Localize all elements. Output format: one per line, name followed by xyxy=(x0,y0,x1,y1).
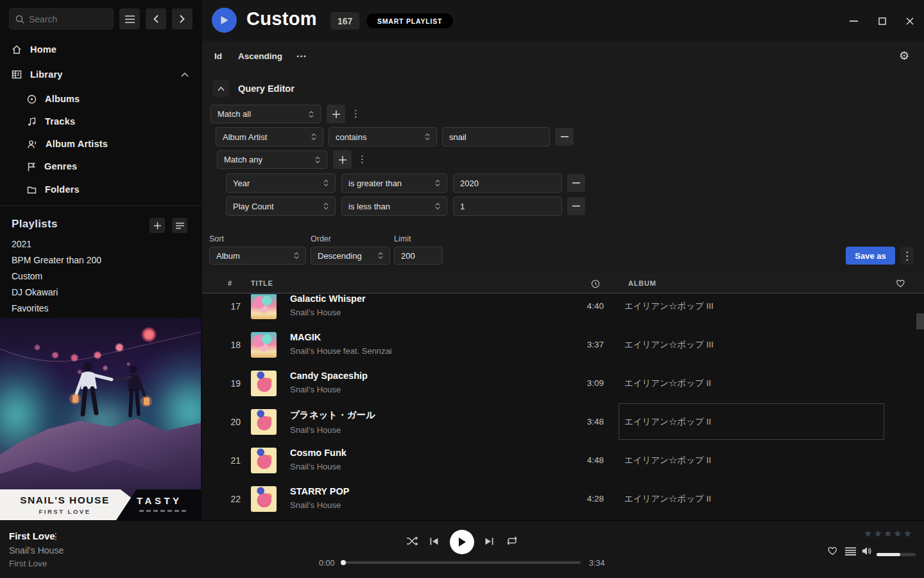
sidebar-item-genres[interactable]: Genres xyxy=(0,157,202,175)
sort-select[interactable]: Album xyxy=(209,247,306,265)
chevron-up-icon[interactable] xyxy=(181,73,189,77)
rule-operator-select[interactable]: is less than xyxy=(341,197,447,216)
album-art-thumbnail xyxy=(251,294,277,319)
match-type-select-group1[interactable]: Match all xyxy=(210,105,321,123)
add-rule-button-group1[interactable] xyxy=(327,105,345,123)
track-row[interactable]: 20 プラネット・ガール Snail’s House 3:48 エイリアン☆ポッ… xyxy=(202,403,924,441)
sidebar-item-tracks[interactable]: Tracks xyxy=(0,112,202,130)
player-bar: First Love ⋮ Snail's House First Love xyxy=(0,520,924,578)
favorite-heart-icon[interactable] xyxy=(896,279,905,288)
sidebar-item-home[interactable]: Home xyxy=(0,40,202,58)
duration-clock-icon[interactable] xyxy=(591,279,600,288)
select-updown-icon xyxy=(435,179,440,187)
playlist-item-custom[interactable]: Custom xyxy=(12,271,185,284)
save-as-button[interactable]: Save as xyxy=(846,247,895,265)
track-row[interactable]: 21 Cosmo Funk Snail’s House 4:48 エイリアン☆ポ… xyxy=(202,441,924,480)
artist-icon xyxy=(27,139,37,149)
now-playing-kebab-icon[interactable]: ⋮ xyxy=(51,531,60,541)
star-icon[interactable]: ★ xyxy=(893,528,902,539)
track-row[interactable]: 19 Candy Spaceship Snail’s House 3:09 エイ… xyxy=(202,364,924,403)
track-row[interactable]: 17 Galactic Whisper Snail’s House 4:40 エ… xyxy=(202,294,924,326)
sidebar-item-library[interactable]: Library xyxy=(0,66,202,83)
column-header-title[interactable]: TITLE xyxy=(251,279,273,287)
window-minimize-button[interactable] xyxy=(845,13,862,30)
track-album[interactable]: エイリアン☆ポップ II xyxy=(624,441,711,480)
sidebar-item-folders[interactable]: Folders xyxy=(0,180,202,198)
star-icon[interactable]: ★ xyxy=(903,528,912,539)
scrollbar-thumb[interactable] xyxy=(916,313,924,329)
add-playlist-button[interactable] xyxy=(150,218,165,233)
limit-input[interactable] xyxy=(394,247,443,265)
playlist-item-bpm[interactable]: BPM Greater than 200 xyxy=(12,255,185,268)
menu-button[interactable] xyxy=(119,8,140,30)
remove-rule-button[interactable] xyxy=(555,128,574,146)
play-pause-button[interactable] xyxy=(450,530,474,554)
nav-forward-button[interactable] xyxy=(172,8,193,30)
remove-rule-button[interactable] xyxy=(567,174,585,192)
shuffle-button[interactable] xyxy=(406,536,418,548)
track-row[interactable]: 18 MAGIK Snail’s House feat. Sennzai 3:3… xyxy=(202,326,924,364)
rule-operator-select[interactable]: is greater than xyxy=(341,173,447,193)
rule-field-select[interactable]: Play Count xyxy=(226,197,336,216)
next-track-button[interactable] xyxy=(484,537,494,548)
list-sort-field[interactable]: Id xyxy=(214,51,222,61)
playlist-item-favorites[interactable]: Favorites xyxy=(12,303,185,316)
sidebar-item-label: Library xyxy=(30,69,63,80)
track-album[interactable]: エイリアン☆ポップ III xyxy=(624,326,714,364)
volume-button[interactable] xyxy=(862,547,872,557)
rule-value-input[interactable] xyxy=(453,173,562,193)
remove-rule-button[interactable] xyxy=(567,197,585,215)
now-playing-album[interactable]: First Love xyxy=(9,559,47,568)
plus-icon xyxy=(154,222,161,229)
column-header-number[interactable]: # xyxy=(228,279,232,287)
star-icon[interactable]: ★ xyxy=(864,528,872,539)
rule-operator-select[interactable]: contains xyxy=(329,127,437,146)
window-close-button[interactable] xyxy=(902,13,918,30)
group2-menu-kebab-icon[interactable]: ⋮ xyxy=(357,153,367,165)
search-input[interactable] xyxy=(29,14,99,24)
rule-value-input[interactable] xyxy=(442,127,550,146)
group1-menu-kebab-icon[interactable]: ⋮ xyxy=(351,108,361,119)
now-playing-album-art[interactable]: SNAIL'S HOUSE FIRST LOVE TASTY xyxy=(0,318,201,520)
queue-button[interactable] xyxy=(845,547,856,557)
play-playlist-button[interactable] xyxy=(212,8,237,33)
query-editor-collapse-button[interactable] xyxy=(212,80,229,97)
sidebar-item-album-artists[interactable]: Album Artists xyxy=(0,135,202,153)
playlist-view-button[interactable] xyxy=(172,218,187,233)
previous-track-button[interactable] xyxy=(429,537,439,548)
sidebar-item-albums[interactable]: Albums xyxy=(0,90,202,108)
seek-bar[interactable] xyxy=(343,561,581,564)
playlist-item-2021[interactable]: 2021 xyxy=(12,239,185,252)
order-select[interactable]: Descending xyxy=(311,247,390,265)
volume-slider[interactable] xyxy=(877,553,916,556)
rule-field-select[interactable]: Album Artist xyxy=(216,127,323,146)
rule-value-input[interactable] xyxy=(453,197,562,216)
track-artist: Snail’s House xyxy=(290,425,375,435)
app-window: Home Library Albums Tracks xyxy=(0,0,924,578)
now-playing-artist[interactable]: Snail's House xyxy=(9,545,64,556)
now-playing-title[interactable]: First Love xyxy=(9,530,55,541)
nav-back-button[interactable] xyxy=(146,8,166,30)
list-more-button[interactable]: … xyxy=(296,48,307,60)
track-album[interactable]: エイリアン☆ポップ II xyxy=(624,364,711,403)
seek-thumb[interactable] xyxy=(341,560,346,565)
track-album[interactable]: エイリアン☆ポップ II xyxy=(624,480,711,518)
save-menu-kebab-icon[interactable]: ⋮ xyxy=(900,247,914,265)
track-album[interactable]: エイリアン☆ポップ II xyxy=(624,403,711,441)
settings-gear-icon[interactable]: ⚙ xyxy=(899,49,909,63)
column-header-album[interactable]: ALBUM xyxy=(628,279,656,287)
match-type-select-group2[interactable]: Match any xyxy=(217,150,327,169)
list-sort-direction[interactable]: Ascending xyxy=(238,51,282,61)
star-icon[interactable]: ★ xyxy=(873,528,882,539)
favorite-button[interactable] xyxy=(827,546,838,557)
playlist-item-dj-okawari[interactable]: DJ Okawari xyxy=(12,287,185,300)
add-rule-button-group2[interactable] xyxy=(333,150,352,169)
track-title: Cosmo Funk xyxy=(290,448,346,458)
window-maximize-button[interactable] xyxy=(874,13,891,30)
track-album[interactable]: エイリアン☆ポップ III xyxy=(624,294,714,326)
page-title: Custom xyxy=(246,8,317,30)
star-icon[interactable]: ★ xyxy=(884,528,892,539)
rule-field-select[interactable]: Year xyxy=(226,173,336,193)
track-row[interactable]: 22 STARRY POP Snail’s House 4:28 エイリアン☆ポ… xyxy=(202,480,924,518)
repeat-button[interactable] xyxy=(506,536,518,547)
